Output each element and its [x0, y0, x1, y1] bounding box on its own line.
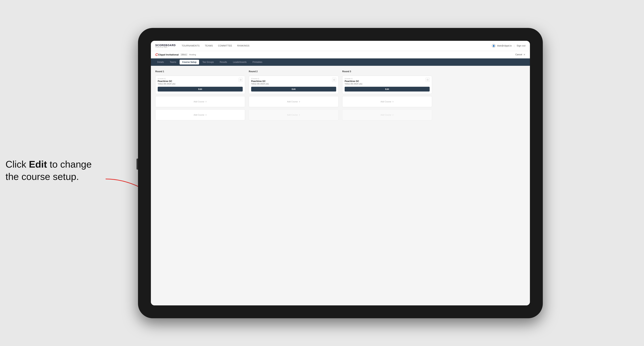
nav-teams[interactable]: TEAMS: [205, 44, 213, 47]
round-2-plus-icon-1: +: [299, 100, 300, 103]
round-3-course-details: Yellow (M) (6629 yds): [345, 83, 424, 85]
round-2-course-info: (Course A) Peachtree GC Yellow (M) (6629…: [251, 78, 331, 85]
round-2-label: Round 2: [249, 70, 338, 73]
round-1-delete-icon[interactable]: ⊡: [239, 78, 243, 82]
tab-tee-groups[interactable]: Tee Groups: [200, 60, 216, 64]
sign-out-link[interactable]: Sign out: [517, 44, 526, 47]
tablet-side-button: [136, 159, 138, 170]
round-3-label: Round 3: [342, 70, 432, 73]
instruction-bold: Edit: [29, 159, 47, 170]
instruction-prefix: Click: [6, 159, 29, 170]
round-3-plus-icon-2: +: [392, 113, 394, 116]
tab-teams[interactable]: Teams: [167, 60, 179, 64]
round-2-course-details: Yellow (M) (6629 yds): [251, 83, 331, 85]
nav-rankings[interactable]: RANKINGS: [237, 44, 250, 47]
round-2-course-card: (Course A) Peachtree GC Yellow (M) (6629…: [249, 76, 338, 94]
tab-leaderboards[interactable]: Leaderboards: [230, 60, 249, 64]
round-2-column: Round 2 (Course A) Peachtree GC Yellow (…: [249, 70, 338, 120]
round-2-course-label: (Course A): [251, 78, 331, 80]
divider: |: [514, 44, 514, 47]
round-3-course-header: (Course A) Peachtree GC Yellow (M) (6629…: [342, 76, 432, 85]
round-2-delete-icon[interactable]: ⊡: [332, 78, 336, 82]
tablet-screen: SCOREBOARD Powered by clippd TOURNAMENTS…: [151, 41, 530, 305]
tab-details[interactable]: Details: [154, 60, 166, 64]
instruction-text: Click Edit to change the course setup.: [6, 158, 101, 183]
tab-results[interactable]: Results: [217, 60, 230, 64]
round-1-add-course-2[interactable]: Add Course +: [155, 109, 245, 120]
round-2-course-name: Peachtree GC: [251, 80, 331, 82]
round-1-add-label-2: Add Course: [194, 114, 204, 116]
top-nav: SCOREBOARD Powered by clippd TOURNAMENTS…: [151, 41, 530, 51]
round-1-course-card: (Course A) Peachtree GC Yellow (M) (6629…: [155, 76, 245, 94]
nav-links: TOURNAMENTS TEAMS COMMITTEE RANKINGS: [182, 44, 492, 47]
gender-badge: (Men): [180, 53, 188, 56]
sub-header-right: Cancel ✕: [516, 53, 526, 56]
round-3-course-info: (Course A) Peachtree GC Yellow (M) (6629…: [345, 78, 424, 85]
trash-icon-2: ⊡: [333, 78, 335, 81]
user-email: blair@clippd.io: [497, 44, 512, 47]
trash-icon-3: ⊡: [427, 78, 428, 81]
tournament-name: Clippd Invitational: [158, 53, 179, 56]
nav-tournaments[interactable]: TOURNAMENTS: [182, 44, 200, 47]
tablet-device: SCOREBOARD Powered by clippd TOURNAMENTS…: [138, 28, 543, 318]
brand: SCOREBOARD Powered by clippd: [155, 44, 176, 48]
c-logo-icon: C: [155, 53, 158, 57]
tab-printables[interactable]: Printables: [250, 60, 265, 64]
round-1-edit-button[interactable]: Edit: [158, 87, 243, 92]
round-2-add-course-2: Add Course +: [249, 109, 338, 120]
round-3-add-course-2: Add Course +: [342, 109, 432, 120]
round-1-course-name: Peachtree GC: [158, 80, 237, 82]
tab-bar: Details Teams Course Setup Tee Groups Re…: [151, 58, 530, 66]
round-3-add-course-1[interactable]: Add Course +: [342, 96, 432, 107]
round-1-course-info: (Course A) Peachtree GC Yellow (M) (6629…: [158, 78, 237, 85]
cancel-label[interactable]: Cancel: [516, 53, 522, 56]
round-3-delete-icon[interactable]: ⊡: [426, 78, 430, 82]
round-2-plus-icon-2: +: [299, 113, 300, 116]
close-icon[interactable]: ✕: [523, 53, 526, 56]
round-2-add-label-2: Add Course: [287, 114, 298, 116]
round-2-add-label-1: Add Course: [287, 101, 298, 103]
round-1-course-details: Yellow (M) (6629 yds): [158, 83, 237, 85]
round-1-add-label-1: Add Course: [194, 101, 204, 103]
main-content: Round 1 (Course A) Peachtree GC Yellow (…: [151, 66, 530, 305]
round-1-add-course-1[interactable]: Add Course +: [155, 96, 245, 107]
trash-icon: ⊡: [240, 78, 242, 81]
round-4-column-empty: [436, 70, 526, 120]
round-2-course-header: (Course A) Peachtree GC Yellow (M) (6629…: [249, 76, 338, 85]
round-3-column: Round 3 (Course A) Peachtree GC Yellow (…: [342, 70, 432, 120]
brand-sub: Powered by clippd: [155, 46, 176, 48]
round-3-add-label-2: Add Course: [380, 114, 391, 116]
round-1-label: Round 1: [155, 70, 245, 73]
round-3-course-card: (Course A) Peachtree GC Yellow (M) (6629…: [342, 76, 432, 94]
round-1-plus-icon-2: +: [205, 113, 207, 116]
hosting-badge: Hosting: [189, 53, 196, 56]
nav-committee[interactable]: COMMITTEE: [218, 44, 232, 47]
round-3-course-label: (Course A): [345, 78, 424, 80]
top-nav-right: 👤 blair@clippd.io | Sign out: [492, 44, 526, 48]
round-3-plus-icon-1: +: [392, 100, 394, 103]
round-2-add-course-1[interactable]: Add Course +: [249, 96, 338, 107]
round-1-plus-icon-1: +: [205, 100, 207, 103]
tab-course-setup[interactable]: Course Setup: [180, 60, 199, 64]
avatar: 👤: [492, 44, 496, 48]
round-1-course-header: (Course A) Peachtree GC Yellow (M) (6629…: [156, 76, 245, 85]
sub-header: C Clippd Invitational (Men) Hosting Canc…: [151, 51, 530, 58]
round-3-add-label-1: Add Course: [380, 101, 391, 103]
rounds-container: Round 1 (Course A) Peachtree GC Yellow (…: [155, 70, 526, 120]
round-1-column: Round 1 (Course A) Peachtree GC Yellow (…: [155, 70, 245, 120]
round-1-course-label: (Course A): [158, 78, 237, 80]
round-3-course-name: Peachtree GC: [345, 80, 424, 82]
round-3-edit-button[interactable]: Edit: [345, 87, 430, 92]
round-2-edit-button[interactable]: Edit: [251, 87, 336, 92]
